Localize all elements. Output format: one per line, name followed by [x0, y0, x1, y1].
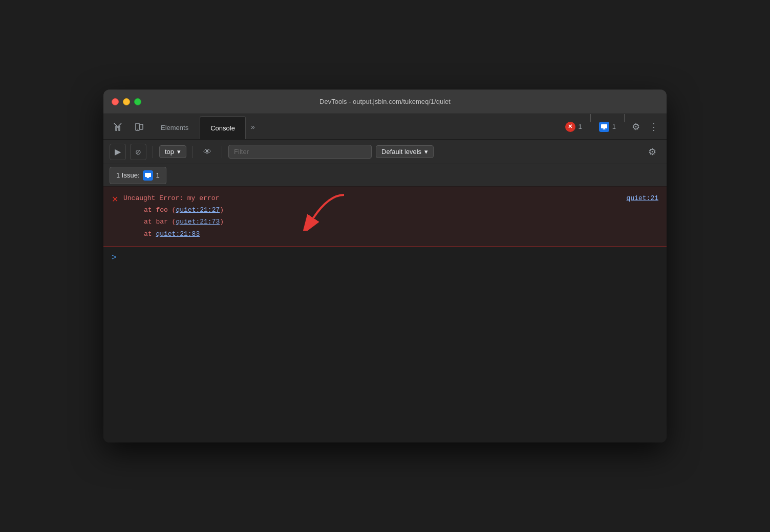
titlebar: DevTools - output.jsbin.com/tukemeq/1/qu… [103, 90, 667, 114]
error-badge-icon: ✕ [565, 122, 575, 132]
error-entry-icon: ✕ [112, 194, 118, 204]
levels-arrow: ▾ [424, 148, 428, 156]
console-toolbar: ▶ ⊘ top ▾ 👁 Default levels ▾ ⚙ [103, 140, 667, 164]
stack-line-2-text: at bar ( [144, 218, 176, 226]
prompt-arrow[interactable]: > [112, 253, 116, 262]
context-selector[interactable]: top ▾ [159, 145, 186, 158]
toolbar-separator-3 [222, 146, 222, 158]
stack-link-2[interactable]: quiet:21:73 [176, 218, 220, 226]
message-badge-icon [599, 122, 609, 132]
context-label: top [165, 148, 174, 156]
error-source-link[interactable]: quiet:21 [627, 194, 658, 202]
tab-elements-label: Elements [161, 124, 188, 131]
stack-line-2: at bar (quiet:21:73) [144, 216, 660, 228]
error-message-text: Uncaught Error: my error [123, 194, 219, 202]
stack-line-1: at foo (quiet:21:27) [144, 204, 660, 216]
console-content: ✕ Uncaught Error: my error at foo (quiet… [103, 187, 667, 442]
svg-rect-1 [140, 124, 143, 129]
error-entry: ✕ Uncaught Error: my error at foo (quiet… [103, 187, 667, 247]
issues-bar: 1 Issue: 1 [103, 164, 667, 187]
inspect-icon-button[interactable] [108, 114, 128, 139]
run-script-button[interactable]: ▶ [110, 144, 126, 160]
tab-elements[interactable]: Elements [151, 116, 199, 139]
error-badge[interactable]: ✕ 1 [560, 114, 587, 139]
stack-line-3-text: at [144, 230, 156, 238]
issues-message-icon [143, 170, 153, 181]
tab-more-button[interactable]: » [247, 114, 259, 139]
context-arrow: ▾ [177, 148, 181, 156]
stack-line-1-text: at foo ( [144, 206, 176, 214]
toolbar-separator-2 [193, 146, 193, 158]
dots-icon: ⋮ [649, 121, 658, 132]
window-title: DevTools - output.jsbin.com/tukemeq/1/qu… [319, 98, 451, 105]
stack-line-3: at quiet:21:83 [144, 228, 660, 240]
stack-line-2-end: ) [220, 218, 224, 226]
message-badge-count: 1 [612, 123, 616, 130]
toolbar-separator-1 [153, 146, 153, 158]
issues-badge-count: 1 [156, 171, 160, 179]
live-expressions-button[interactable]: 👁 [199, 144, 216, 160]
filter-input[interactable] [228, 145, 372, 159]
error-main-text: Uncaught Error: my error [123, 193, 660, 204]
svg-rect-4 [145, 173, 151, 177]
device-icon-button[interactable] [129, 114, 149, 139]
tab-more-label: » [251, 123, 255, 131]
tabbar: Elements Console » ✕ 1 1 ⚙ [103, 114, 667, 140]
eye-icon: 👁 [203, 147, 211, 157]
stack-link-3[interactable]: quiet:21:83 [156, 230, 200, 238]
console-input-row: > [103, 247, 667, 268]
tab-console[interactable]: Console [200, 116, 246, 139]
svg-point-2 [137, 128, 138, 129]
devtools-window: DevTools - output.jsbin.com/tukemeq/1/qu… [103, 90, 667, 442]
clear-icon: ⊘ [135, 148, 141, 156]
traffic-lights [112, 98, 141, 105]
clear-console-button[interactable]: ⊘ [130, 144, 146, 160]
console-settings-gear-icon: ⚙ [648, 146, 656, 158]
badge-divider2 [624, 114, 625, 122]
issues-badge[interactable]: 1 Issue: 1 [110, 167, 166, 184]
gear-icon: ⚙ [632, 121, 640, 132]
close-button[interactable] [112, 98, 119, 105]
badge-divider [590, 114, 591, 122]
run-icon: ▶ [115, 147, 121, 157]
stack-link-1[interactable]: quiet:21:27 [176, 206, 220, 214]
stack-line-1-end: ) [220, 206, 224, 214]
message-badge[interactable]: 1 [594, 114, 621, 139]
minimize-button[interactable] [123, 98, 130, 105]
log-levels-selector[interactable]: Default levels ▾ [376, 145, 434, 158]
error-badge-count: 1 [579, 123, 582, 130]
issues-count-label: 1 Issue: [116, 171, 140, 179]
maximize-button[interactable] [134, 98, 141, 105]
more-options-button[interactable]: ⋮ [645, 114, 662, 139]
settings-icon-button[interactable]: ⚙ [628, 114, 644, 139]
svg-rect-3 [601, 124, 607, 128]
error-stack-trace: at foo (quiet:21:27) at bar (quiet:21:73… [123, 204, 660, 240]
console-settings-button[interactable]: ⚙ [644, 144, 660, 160]
error-entry-content: Uncaught Error: my error at foo (quiet:2… [123, 193, 660, 240]
levels-label: Default levels [381, 148, 421, 156]
tab-console-label: Console [210, 124, 235, 132]
